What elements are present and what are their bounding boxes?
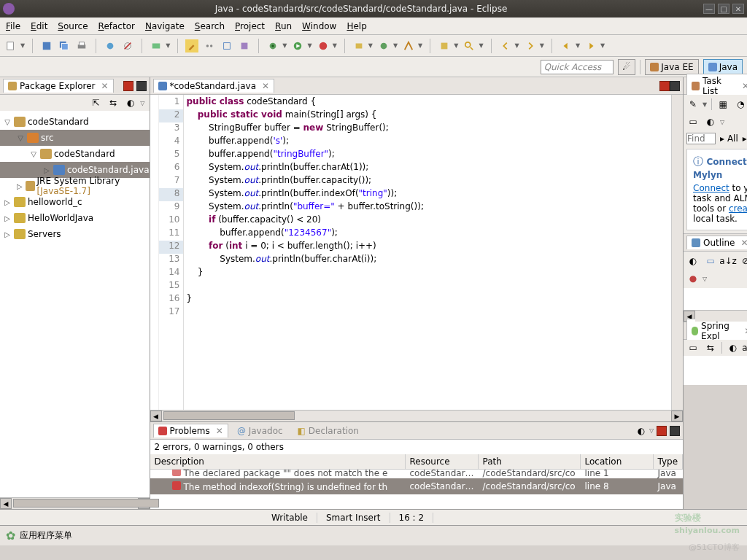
back-icon[interactable] <box>560 39 573 52</box>
tab-outline[interactable]: Outline✕ <box>686 236 747 249</box>
perspective-java[interactable]: Java <box>703 59 743 75</box>
problem-row[interactable]: The method indexof(String) is undefined … <box>150 478 684 494</box>
close-icon[interactable]: ✕ <box>744 326 747 336</box>
maximize-view-button[interactable] <box>670 426 680 436</box>
menu-source[interactable]: Source <box>58 21 88 31</box>
hide-fields-icon[interactable]: ⊘ <box>739 254 747 268</box>
save-all-icon[interactable] <box>58 39 71 52</box>
new-icon[interactable] <box>4 39 18 52</box>
az-sort-icon[interactable]: a↓z <box>744 341 747 354</box>
focus-icon[interactable]: ◐ <box>704 115 717 128</box>
forward-icon[interactable] <box>584 39 597 52</box>
menu-refactor[interactable]: Refactor <box>98 21 135 31</box>
open-perspective-button[interactable]: ☄ <box>618 59 636 75</box>
menu-help[interactable]: Help <box>347 21 366 31</box>
close-button[interactable]: ✕ <box>732 4 744 14</box>
editor-tab[interactable]: *codeStandard.java ✕ <box>153 79 275 93</box>
tab-problems[interactable]: Problems✕ <box>153 424 228 438</box>
hide-nonpublic-icon[interactable]: ● <box>686 272 700 285</box>
tree-item[interactable]: ▷Servers <box>0 226 150 242</box>
open-type-icon[interactable] <box>402 39 415 52</box>
quick-access-input[interactable]: Quick Access <box>541 60 614 74</box>
close-icon[interactable]: ✕ <box>740 238 747 248</box>
open-task-icon[interactable] <box>438 39 451 52</box>
az-sort-icon[interactable]: a↓z <box>721 254 735 268</box>
tab-declaration[interactable]: ◧ Declaration <box>292 424 365 438</box>
tree-item[interactable]: ▷HelloWorldJava <box>0 210 150 226</box>
find-input[interactable] <box>686 133 716 144</box>
connect-link[interactable]: Connect <box>693 183 729 193</box>
nav-next-icon[interactable] <box>524 39 537 52</box>
close-icon[interactable]: ✕ <box>742 81 747 91</box>
save-icon[interactable] <box>40 39 53 52</box>
view-menu-icon[interactable]: ▽ <box>703 276 707 282</box>
menu-project[interactable]: Project <box>235 21 265 31</box>
editor-scrollbar[interactable]: ◀▶ <box>150 410 684 421</box>
run-icon[interactable] <box>291 39 304 52</box>
search-icon[interactable] <box>462 39 476 52</box>
focus-icon[interactable]: ◐ <box>727 341 740 354</box>
minimize-view-button[interactable] <box>657 426 667 436</box>
scrollbar-horizontal[interactable]: ◀▶ <box>0 497 150 509</box>
close-icon[interactable]: ✕ <box>216 426 223 436</box>
new-package-icon[interactable] <box>352 39 365 52</box>
menu-run[interactable]: Run <box>275 21 292 31</box>
tree-item[interactable]: ▷helloworld_c <box>0 194 150 210</box>
tab-javadoc[interactable]: @ Javadoc <box>231 424 289 438</box>
minimize-view-button[interactable] <box>659 81 670 91</box>
create-link[interactable]: create <box>729 203 747 214</box>
menu-search[interactable]: Search <box>195 21 225 31</box>
editor-area[interactable]: 1234567891011121314151617 public class c… <box>150 95 684 410</box>
debug-icon[interactable] <box>266 39 279 52</box>
view-menu-icon[interactable]: ▽ <box>720 119 724 125</box>
menu-icon[interactable]: ✿ <box>6 529 15 542</box>
link-icon[interactable]: ⇆ <box>704 341 717 354</box>
debug-breakpoint-icon[interactable] <box>104 39 117 52</box>
nav-prev-icon[interactable] <box>499 39 512 52</box>
link-editor-icon[interactable]: ⇆ <box>107 96 120 109</box>
package-explorer-tree[interactable]: ▽codeStandard▽src▽codeStandard▷codeStand… <box>0 111 150 497</box>
focus-icon[interactable]: ◐ <box>635 424 648 438</box>
status-cursor-pos: 16 : 2 <box>390 513 434 523</box>
perspective-javaee[interactable]: Java EE <box>645 59 698 75</box>
maximize-view-button[interactable] <box>670 81 680 91</box>
tree-item[interactable]: ▷JRE System Library [JavaSE-1.7] <box>0 178 150 194</box>
build-icon[interactable] <box>220 39 233 52</box>
focus-task-icon[interactable]: ◐ <box>124 96 137 109</box>
focus-icon[interactable]: ◐ <box>686 254 700 268</box>
sort-icon[interactable]: ▭ <box>704 254 717 268</box>
categorize-icon[interactable]: ▦ <box>716 98 729 111</box>
maximize-button[interactable]: □ <box>718 4 729 14</box>
minimize-button[interactable]: — <box>703 4 715 14</box>
collapse-icon[interactable]: ▭ <box>686 115 700 128</box>
run-last-icon[interactable] <box>317 39 330 52</box>
collapse-all-icon[interactable]: ⇱ <box>89 96 102 109</box>
new-task-icon[interactable]: ✎ <box>686 98 700 111</box>
tree-item[interactable]: ▽codeStandard <box>0 146 150 162</box>
tree-item[interactable]: ▽codeStandard <box>0 114 150 130</box>
toggle-icon[interactable] <box>238 39 251 52</box>
highlight-icon[interactable] <box>185 39 198 52</box>
view-menu-icon[interactable]: ▽ <box>649 427 654 434</box>
all-filter[interactable]: All <box>727 133 738 144</box>
schedule-icon[interactable]: ◔ <box>734 98 747 111</box>
menu-navigate[interactable]: Navigate <box>145 21 185 31</box>
print-icon[interactable] <box>75 39 88 52</box>
maximize-view-button[interactable] <box>136 81 147 91</box>
minimize-view-button[interactable] <box>123 81 133 91</box>
menu-window[interactable]: Window <box>302 21 336 31</box>
close-icon[interactable]: ✕ <box>101 81 109 91</box>
tab-package-explorer[interactable]: Package Explorer ✕ <box>3 79 114 93</box>
collapse-icon[interactable]: ▭ <box>686 341 700 354</box>
tree-item[interactable]: ▽src <box>0 130 150 146</box>
menu-edit[interactable]: Edit <box>31 21 47 31</box>
menu-file[interactable]: File <box>6 21 20 31</box>
close-icon[interactable]: ✕ <box>262 81 269 91</box>
annotations-icon[interactable] <box>203 39 216 52</box>
skip-breakpoints-icon[interactable] <box>121 39 134 52</box>
new-class-icon[interactable] <box>377 39 390 52</box>
app-menu-label[interactable]: 应用程序菜单 <box>20 529 72 542</box>
problem-row[interactable]: The declared package "" does not match t… <box>150 470 684 478</box>
view-menu-icon[interactable]: ▽ <box>140 100 144 106</box>
new-server-icon[interactable] <box>150 39 163 52</box>
